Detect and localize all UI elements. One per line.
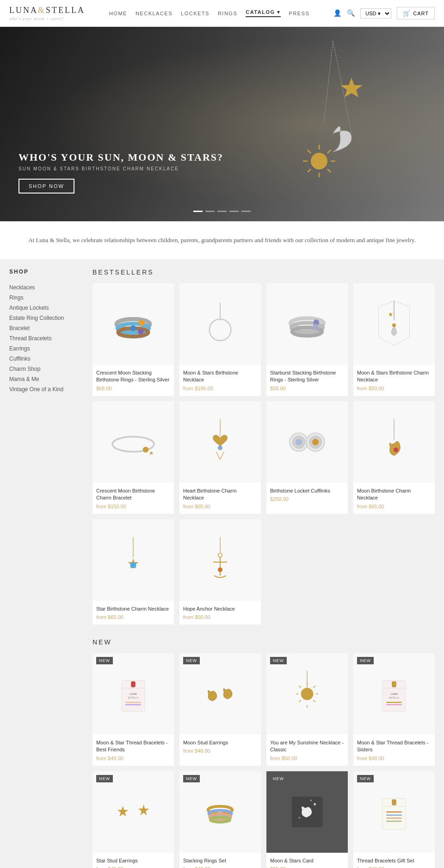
product-price-p9: from $65.00 (96, 614, 170, 620)
sidebar-item-mama-me[interactable]: Mama & Me (9, 374, 83, 384)
product-card-n6[interactable]: NEW Stacking Rings Set from $48.00 (179, 771, 261, 868)
new-badge-n6: NEW (183, 775, 200, 782)
sidebar-item-antique-lockets[interactable]: Antique Lockets (9, 303, 83, 313)
product-name-p5: Crescent Moon Birthstone Charm Bracelet (96, 487, 170, 502)
product-name-p2: Moon & Stars Birthstone Necklace (183, 369, 257, 384)
sidebar-item-vintage[interactable]: Vintage One of a Kind (9, 384, 83, 394)
product-info-p3: Starburst Stacking Birthstone Rings - St… (266, 365, 348, 396)
nav-lockets[interactable]: LOCKETS (181, 11, 210, 16)
svg-point-24 (313, 324, 319, 330)
new-badge-n4: NEW (357, 657, 374, 664)
product-info-n3: You are My Sunshine Necklace - Classic f… (266, 735, 348, 766)
product-svg-n7 (284, 789, 330, 835)
product-price-n8: from $49.00 (357, 866, 431, 868)
sidebar-item-bracelet[interactable]: Bracelet (9, 323, 83, 333)
new-badge-n3: NEW (270, 657, 287, 664)
header: LUNA&STELLA who's your moon + stars? HOM… (0, 0, 444, 27)
hero-dot-5[interactable] (241, 211, 251, 212)
product-card-n4[interactable]: NEW LUNA &STELLA Moon & Star Thread Brac… (353, 653, 435, 766)
product-price-p5: from $150.00 (96, 504, 170, 509)
logo[interactable]: LUNA&STELLA who's your moon + stars? (9, 6, 85, 21)
product-name-n7: Moon & Stars Card (270, 857, 344, 864)
product-price-n3: from $50.00 (270, 756, 344, 761)
sidebar-item-estate-ring[interactable]: Estate Ring Collection (9, 313, 83, 323)
nav-home[interactable]: HOME (109, 11, 127, 16)
svg-point-16 (130, 325, 136, 331)
product-card-p2[interactable]: Moon & Stars Birthstone Necklace from $1… (179, 283, 261, 396)
product-card-n8[interactable]: NEW Thread Bracelets Gift Set from $49.0… (353, 771, 435, 868)
nav-right: 👤 🔍 USD ▾ EUR ▾ GBP ▾ 🛒 CART (333, 7, 435, 19)
sidebar-item-rings[interactable]: Rings (9, 293, 83, 303)
new-products-grid: NEW LUNA &STELLA Moon & Star Thread Brac… (92, 653, 435, 868)
new-section-title: NEW (92, 638, 435, 646)
product-card-p8[interactable]: Moon Birthstone Charm Necklace from $65.… (353, 401, 435, 514)
product-card-p5[interactable]: Crescent Moon Birthstone Charm Bracelet … (92, 401, 174, 514)
svg-point-40 (312, 439, 319, 445)
nav-press[interactable]: PRESS (289, 11, 310, 16)
product-price-p6: from $65.00 (183, 504, 257, 509)
product-price-p4: from $50.00 (357, 386, 431, 391)
svg-text:LUNA: LUNA (130, 693, 137, 695)
product-card-p1[interactable]: Crescent Moon Stacking Birthstone Rings … (92, 283, 174, 396)
product-image-n7: NEW (266, 771, 348, 853)
product-card-n5[interactable]: NEW Star Stud Earrings from $45.00 (92, 771, 174, 868)
product-card-n7[interactable]: NEW Moon & Stars Card $25.00 (266, 771, 348, 868)
sidebar-item-earrings[interactable]: Earrings (9, 343, 83, 354)
product-info-n6: Stacking Rings Set from $48.00 (179, 853, 261, 868)
product-card-p10[interactable]: Hope Anchor Necklace from $50.00 (179, 519, 261, 624)
product-svg-n2 (197, 671, 243, 717)
product-card-p9[interactable]: Star Birthstone Charm Necklace from $65.… (92, 519, 174, 624)
product-name-p10: Hope Anchor Necklace (183, 606, 257, 612)
product-card-n2[interactable]: NEW Moon Stud Earrings from $48.00 (179, 653, 261, 766)
hero-cta-button[interactable]: SHOP NOW (18, 179, 74, 194)
product-card-p6[interactable]: Heart Birthstone Charm Necklace from $65… (179, 401, 261, 514)
product-svg-n6 (192, 796, 248, 828)
svg-line-66 (313, 686, 315, 688)
nav-rings[interactable]: RINGS (218, 11, 237, 16)
bestsellers-title: BESTSELLERS (92, 269, 435, 276)
svg-point-83 (299, 817, 300, 818)
product-price-p8: from $65.00 (357, 504, 431, 509)
account-icon[interactable]: 👤 (333, 9, 341, 17)
tagline-text: At Luna & Stella, we celebrate relations… (9, 235, 435, 245)
main-nav: HOME NECKLACES LOCKETS RINGS CATALOG ▾ P… (109, 9, 309, 17)
currency-selector[interactable]: USD ▾ EUR ▾ GBP ▾ (360, 8, 391, 19)
product-svg-p9 (110, 535, 156, 586)
svg-point-19 (210, 319, 231, 341)
nav-necklaces[interactable]: NECKLACES (136, 11, 173, 16)
product-info-n2: Moon Stud Earrings from $48.00 (179, 735, 261, 758)
sidebar-item-thread-bracelets[interactable]: Thread Bracelets (9, 333, 83, 343)
search-icon[interactable]: 🔍 (347, 9, 355, 17)
product-name-p8: Moon Birthstone Charm Necklace (357, 487, 431, 502)
sidebar-item-necklaces[interactable]: Necklaces (9, 282, 83, 293)
product-name-n1: Moon & Star Thread Bracelets - Best Frie… (96, 739, 170, 754)
product-card-p3[interactable]: Starburst Stacking Birthstone Rings - St… (266, 283, 348, 396)
svg-point-42 (394, 448, 398, 452)
sidebar-item-charm-shop[interactable]: Charm Shop (9, 364, 83, 374)
product-info-p6: Heart Birthstone Charm Necklace from $65… (179, 483, 261, 514)
product-card-p4[interactable]: Moon & Stars Birthstone Charm Necklace f… (353, 283, 435, 396)
hero-jewelry-display (259, 41, 407, 207)
product-name-n3: You are My Sunshine Necklace - Classic (270, 739, 344, 754)
product-info-p4: Moon & Stars Birthstone Charm Necklace f… (353, 365, 435, 396)
sidebar-item-cufflinks[interactable]: Cufflinks (9, 354, 83, 364)
product-card-p7[interactable]: Birthstone Locket Cufflinks $250.00 (266, 401, 348, 514)
svg-line-8 (308, 150, 311, 153)
product-image-n5: NEW (92, 771, 174, 853)
product-card-n1[interactable]: NEW LUNA &STELLA Moon & Star Thread Brac… (92, 653, 174, 766)
product-image-p8 (353, 401, 435, 483)
main-content: SHOP Necklaces Rings Antique Lockets Est… (0, 259, 444, 868)
products-area: BESTSELLERS Crescent Moon Stacking Birth… (92, 269, 435, 868)
new-badge-n2: NEW (183, 657, 200, 664)
product-price-p2: from $195.00 (183, 386, 257, 391)
product-price-n4: from $49.00 (357, 756, 431, 761)
svg-point-32 (218, 445, 222, 450)
product-image-p10 (179, 519, 261, 601)
product-card-n3[interactable]: NEW You are My Sunsh (266, 653, 348, 766)
svg-text:LUNA: LUNA (390, 693, 398, 695)
product-image-p5 (92, 401, 174, 483)
product-name-n2: Moon Stud Earrings (183, 739, 257, 746)
product-price-p3: $58.00 (270, 386, 344, 391)
nav-catalog[interactable]: CATALOG ▾ (246, 9, 280, 17)
cart-button[interactable]: 🛒 CART (397, 7, 435, 19)
